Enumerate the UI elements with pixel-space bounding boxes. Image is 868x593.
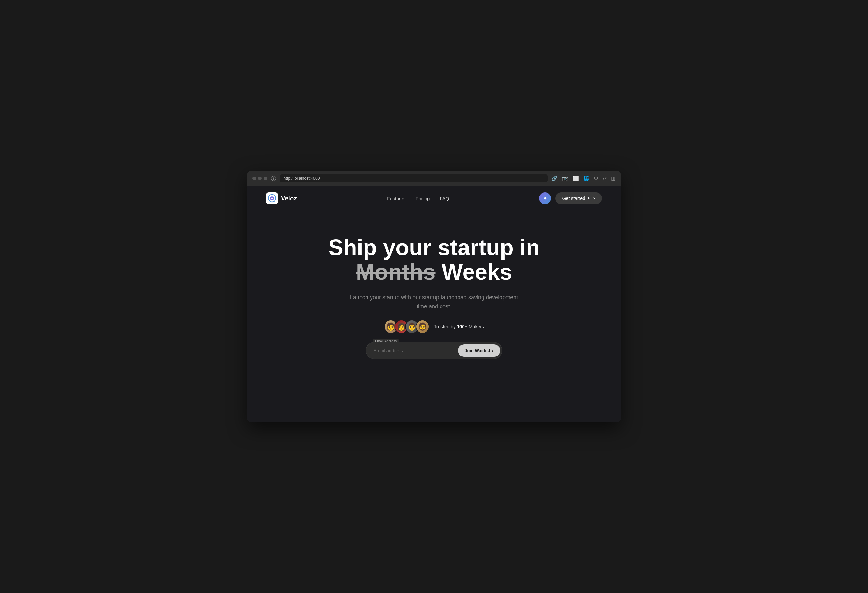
svg-point-2	[272, 198, 273, 199]
user-avatar[interactable]: ✦	[539, 192, 551, 204]
nav-right: ✦ Get started ✦ >	[539, 192, 602, 204]
hero-title-suffix: Weeks	[435, 260, 512, 285]
hero-subtitle: Launch your startup with our startup lau…	[347, 293, 521, 311]
browser-toolbar-right: 🔗 📷 ⬜ 🌐 ⚙ ⇄ ▥	[552, 175, 616, 181]
avatar-group: 🧑 👩 👨 🧔	[384, 320, 430, 333]
get-started-label: Get started ✦	[562, 196, 590, 201]
navbar: Veloz Features Pricing FAQ ✦ Get started…	[248, 186, 620, 210]
trust-text: Trusted by 100+ Makers	[434, 324, 484, 329]
trust-section: 🧑 👩 👨 🧔 Trusted by 100+ Makers	[384, 320, 484, 333]
get-started-button[interactable]: Get started ✦ >	[555, 192, 602, 204]
hero-title-prefix: Ship your startup in	[328, 235, 540, 260]
hero-section: Ship your startup in Months Weeks Launch…	[248, 210, 620, 390]
nav-links: Features Pricing FAQ	[387, 196, 449, 201]
nav-link-pricing[interactable]: Pricing	[415, 196, 430, 201]
tab-icon[interactable]: ⬜	[573, 175, 579, 181]
trust-prefix: Trusted by	[434, 324, 457, 329]
join-waitlist-label: Join Waitlist	[465, 348, 490, 353]
logo-text: Veloz	[281, 195, 297, 202]
extensions-icon[interactable]: ⚙	[594, 175, 598, 181]
minimize-dot[interactable]	[258, 177, 262, 180]
maximize-dot[interactable]	[264, 177, 267, 180]
email-form: Join Waitlist ›	[366, 342, 502, 359]
get-started-arrow: >	[593, 196, 595, 201]
browser-chrome: i http://localhost:4000 🔗 📷 ⬜ 🌐 ⚙ ⇄ ▥	[248, 171, 620, 186]
trust-count: 100+	[457, 324, 468, 329]
info-icon: i	[271, 176, 276, 181]
browser-window: i http://localhost:4000 🔗 📷 ⬜ 🌐 ⚙ ⇄ ▥	[248, 171, 620, 422]
nav-link-faq[interactable]: FAQ	[440, 196, 449, 201]
join-waitlist-button[interactable]: Join Waitlist ›	[458, 344, 500, 357]
nav-logo[interactable]: Veloz	[266, 192, 297, 204]
avatar-star-icon: ✦	[543, 195, 548, 202]
website-content: Veloz Features Pricing FAQ ✦ Get started…	[248, 186, 620, 422]
email-form-wrapper: Email Address Join Waitlist ›	[366, 342, 502, 359]
email-input[interactable]	[373, 345, 458, 356]
trust-suffix: Makers	[467, 324, 484, 329]
globe-icon[interactable]: 🌐	[583, 175, 589, 181]
nav-link-features[interactable]: Features	[387, 196, 405, 201]
address-bar[interactable]: http://localhost:4000	[280, 174, 548, 182]
camera-icon[interactable]: 📷	[562, 175, 568, 181]
email-label: Email Address	[373, 339, 399, 343]
hero-title-strikethrough: Months	[356, 260, 435, 285]
join-waitlist-arrow-icon: ›	[492, 348, 493, 353]
logo-icon	[266, 192, 278, 204]
link-icon[interactable]: 🔗	[552, 175, 558, 181]
close-dot[interactable]	[252, 177, 256, 180]
share-icon[interactable]: ⇄	[602, 175, 607, 181]
hero-title: Ship your startup in Months Weeks	[294, 235, 574, 285]
trust-avatar-4: 🧔	[416, 320, 430, 333]
sidebar-icon[interactable]: ▥	[611, 175, 616, 181]
browser-traffic-lights	[252, 177, 267, 180]
